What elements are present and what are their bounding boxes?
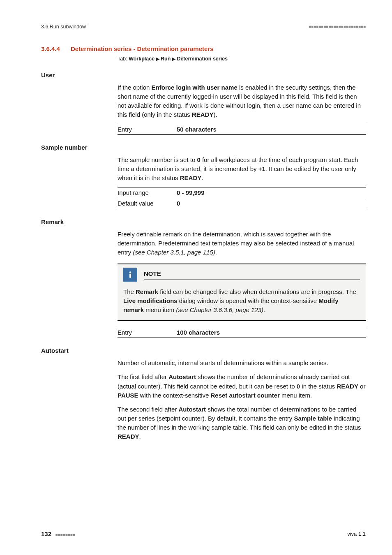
entry-label: Entry xyxy=(118,125,177,134)
entry-label: Entry xyxy=(118,328,177,337)
table-row: Entry 100 characters xyxy=(118,327,366,338)
section-number: 3.6.4.4 xyxy=(41,44,60,53)
header-ornament: ■■■■■■■■■■■■■■■■■■■■■■■ xyxy=(309,24,366,30)
info-icon xyxy=(123,268,137,282)
field-label-autostart: Autostart xyxy=(41,346,366,355)
arrow-icon: ▶ xyxy=(172,56,175,61)
tab-prefix: Tab: xyxy=(118,56,127,62)
note-body: The Remark field can be changed live als… xyxy=(123,287,360,314)
page-footer: 132 ■■■■■■■■ viva 1.1 xyxy=(41,530,366,539)
sample-number-paragraph: The sample number is set to 0 for all wo… xyxy=(118,155,366,183)
entry-label: Default value xyxy=(118,199,177,208)
page-header: 3.6 Run subwindow ■■■■■■■■■■■■■■■■■■■■■■… xyxy=(41,23,366,30)
header-section: 3.6 Run subwindow xyxy=(41,23,86,30)
entry-value: 0 xyxy=(177,199,180,208)
tab-seg-0: Workplace xyxy=(129,56,154,62)
page-number: 132 xyxy=(41,530,51,537)
table-row: Input range 0 - 99,999 xyxy=(118,187,366,199)
note-box: NOTE The Remark field can be changed liv… xyxy=(118,264,366,321)
user-paragraph: If the option Enforce login with user na… xyxy=(118,83,366,120)
field-label-remark: Remark xyxy=(41,217,366,227)
svg-rect-1 xyxy=(129,274,131,278)
tab-seg-1: Run xyxy=(161,56,171,62)
sample-number-entry-table: Input range 0 - 99,999 Default value 0 xyxy=(118,187,366,210)
footer-left: 132 ■■■■■■■■ xyxy=(41,530,75,539)
entry-label: Input range xyxy=(118,188,177,197)
tab-seg-2: Determination series xyxy=(177,56,228,62)
remark-entry-table: Entry 100 characters xyxy=(118,327,366,338)
field-label-user: User xyxy=(41,71,366,80)
arrow-icon: ▶ xyxy=(156,56,159,61)
svg-point-0 xyxy=(129,272,131,273)
field-label-sample-number: Sample number xyxy=(41,143,366,152)
autostart-para-3: The second field after Autostart shows t… xyxy=(118,405,366,442)
user-entry-table: Entry 50 characters xyxy=(118,124,366,135)
table-row: Entry 50 characters xyxy=(118,124,366,135)
footer-product: viva 1.1 xyxy=(347,530,366,538)
tab-path: Tab: Workplace ▶ Run ▶ Determination ser… xyxy=(118,55,366,62)
entry-value: 0 - 99,999 xyxy=(177,188,205,197)
entry-value: 50 characters xyxy=(177,125,217,134)
section-title: Determination series - Determination par… xyxy=(71,44,214,53)
section-heading: 3.6.4.4 Determination series - Determina… xyxy=(41,44,366,53)
table-row: Default value 0 xyxy=(118,198,366,209)
note-header: NOTE xyxy=(123,264,360,282)
footer-ornament: ■■■■■■■■ xyxy=(55,532,75,537)
entry-value: 100 characters xyxy=(177,328,220,337)
autostart-para-1: Number of automatic, internal starts of … xyxy=(118,358,366,368)
note-title: NOTE xyxy=(144,269,360,280)
autostart-para-2: The first field after Autostart shows th… xyxy=(118,372,366,400)
remark-paragraph: Freely definable remark on the determina… xyxy=(118,230,366,257)
